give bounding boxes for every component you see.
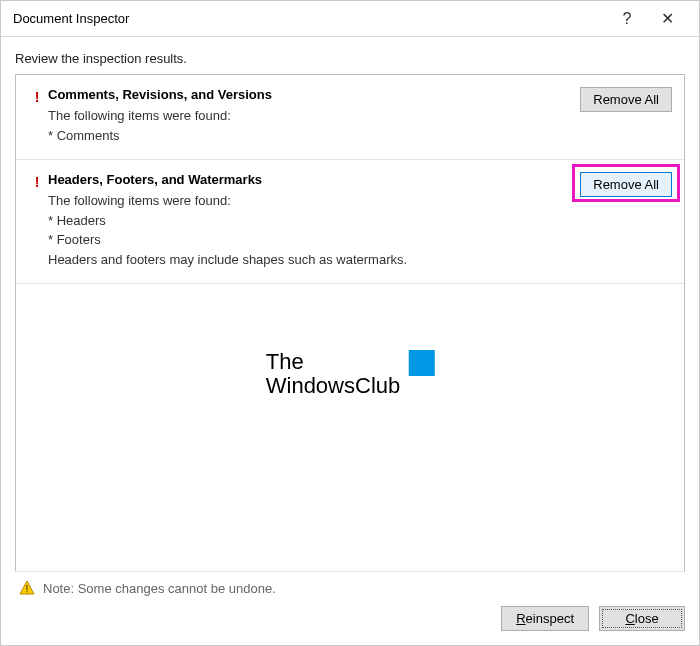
section-item: * Comments [48, 126, 554, 146]
subtitle: Review the inspection results. [15, 51, 685, 66]
section-title: Comments, Revisions, and Versions [48, 87, 554, 102]
watermark-text-line1: The [266, 350, 401, 374]
close-dialog-button[interactable]: Close [599, 606, 685, 631]
section-intro: The following items were found: [48, 106, 554, 126]
svg-rect-2 [26, 591, 27, 592]
alert-icon: ! [26, 87, 48, 145]
section-intro: The following items were found: [48, 191, 554, 211]
button-row: Reinspect Close [1, 606, 699, 645]
section-item: * Footers [48, 230, 554, 250]
help-button[interactable]: ? [607, 10, 647, 28]
reinspect-button[interactable]: Reinspect [501, 606, 589, 631]
svg-rect-1 [26, 585, 27, 590]
dialog-title: Document Inspector [13, 11, 607, 26]
footer-note-text: Note: Some changes cannot be undone. [43, 581, 276, 596]
titlebar: Document Inspector ? ✕ [1, 1, 699, 37]
close-button[interactable]: ✕ [647, 9, 687, 28]
warning-icon [19, 580, 35, 596]
section-note: Headers and footers may include shapes s… [48, 250, 554, 270]
watermark: The WindowsClub [266, 350, 435, 398]
alert-icon: ! [26, 172, 48, 269]
watermark-logo-icon [408, 350, 434, 376]
footer-note: Note: Some changes cannot be undone. [15, 572, 685, 606]
results-panel: ! Comments, Revisions, and Versions The … [15, 74, 685, 571]
section-headers-footers: ! Headers, Footers, and Watermarks The f… [16, 160, 684, 284]
watermark-text-line2: WindowsClub [266, 374, 401, 398]
remove-all-button-comments[interactable]: Remove All [580, 87, 672, 112]
remove-all-button-headers[interactable]: Remove All [580, 172, 672, 197]
section-title: Headers, Footers, and Watermarks [48, 172, 554, 187]
section-comments: ! Comments, Revisions, and Versions The … [16, 75, 684, 160]
section-item: * Headers [48, 211, 554, 231]
content-area: Review the inspection results. ! Comment… [1, 37, 699, 606]
